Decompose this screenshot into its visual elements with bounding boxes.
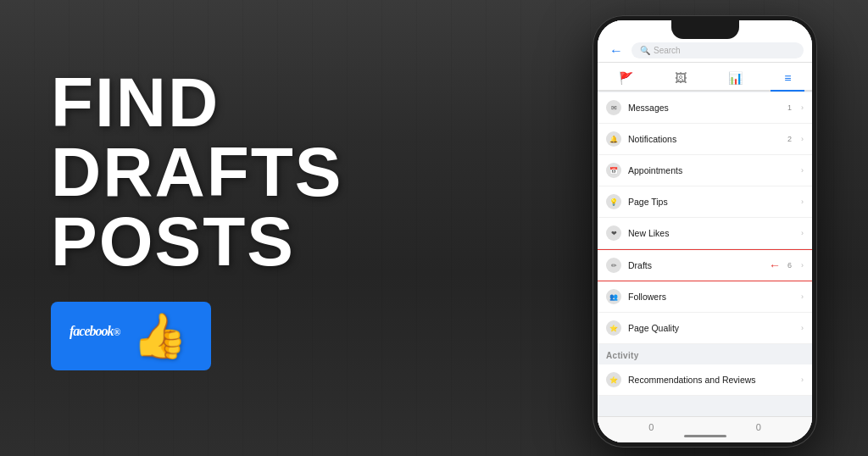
bottom-bar: 0 0 xyxy=(598,416,812,442)
messages-badge: 1 xyxy=(787,103,792,112)
notifications-arrow: › xyxy=(801,135,804,143)
menu-list: ✉ Messages 1 › 🔔 Notifications 2 › 📅 App… xyxy=(598,92,812,344)
page-tips-arrow: › xyxy=(801,197,804,206)
notifications-label: Notifications xyxy=(628,134,781,144)
menu-item-page-tips[interactable]: 💡 Page Tips › xyxy=(598,186,812,218)
recommendations-arrow: › xyxy=(801,375,804,384)
search-placeholder: Search xyxy=(654,46,681,55)
menu-item-appointments[interactable]: 📅 Appointments › xyxy=(598,155,812,186)
page-tips-icon: 💡 xyxy=(606,194,621,209)
recommendations-label: Recommendations and Reviews xyxy=(628,375,794,385)
recommendations-icon: ⭐ xyxy=(606,372,621,387)
followers-icon: 👥 xyxy=(606,289,621,304)
menu-item-new-likes[interactable]: ❤ New Likes › xyxy=(598,218,812,249)
left-content: FIND DRAFTS POSTS facebook® 👍 xyxy=(51,68,526,370)
appointments-icon: 📅 xyxy=(606,163,621,178)
page-quality-label: Page Quality xyxy=(628,323,794,333)
search-bar[interactable]: 🔍 Search xyxy=(632,42,804,58)
new-likes-icon: ❤ xyxy=(606,225,621,241)
appointments-label: Appointments xyxy=(628,165,794,175)
bottom-num-right: 0 xyxy=(756,422,761,432)
followers-label: Followers xyxy=(628,292,794,302)
facebook-badge: facebook® 👍 xyxy=(51,302,211,370)
drafts-red-arrow: ← xyxy=(769,259,781,272)
drafts-badge: 6 xyxy=(787,261,792,270)
page-quality-icon: ⭐ xyxy=(606,320,621,336)
tab-flag[interactable]: 🚩 xyxy=(605,68,647,90)
drafts-label: Drafts xyxy=(628,260,760,270)
tab-photo[interactable]: 🖼 xyxy=(661,68,700,90)
page-tips-label: Page Tips xyxy=(628,197,794,207)
main-title: FIND DRAFTS POSTS xyxy=(51,68,526,276)
phone-wrapper: ← 🔍 Search 🚩 🖼 📊 ≡ ✉ xyxy=(593,15,817,448)
tab-menu[interactable]: ≡ xyxy=(771,68,804,90)
tab-bar: 🚩 🖼 📊 ≡ xyxy=(598,63,812,92)
facebook-logo-text: facebook® xyxy=(70,314,120,359)
menu-item-notifications[interactable]: 🔔 Notifications 2 › xyxy=(598,124,812,155)
page-quality-arrow: › xyxy=(801,324,804,332)
notifications-badge: 2 xyxy=(787,135,792,143)
thumbs-up-icon: 👍 xyxy=(132,310,187,362)
back-button[interactable]: ← xyxy=(606,43,626,58)
screen-content: ← 🔍 Search 🚩 🖼 📊 ≡ ✉ xyxy=(598,20,812,442)
activity-menu-list: ⭐ Recommendations and Reviews › xyxy=(598,364,812,396)
title-line1: FIND DRAFTS xyxy=(51,68,526,207)
menu-item-followers[interactable]: 👥 Followers › xyxy=(598,281,812,313)
activity-section-header: Activity xyxy=(598,344,812,364)
menu-item-messages[interactable]: ✉ Messages 1 › xyxy=(598,92,812,124)
new-likes-label: New Likes xyxy=(628,228,794,238)
title-line2: POSTS xyxy=(51,207,526,276)
messages-arrow: › xyxy=(801,103,804,112)
phone-screen: ← 🔍 Search 🚩 🖼 📊 ≡ ✉ xyxy=(598,20,812,442)
messages-icon: ✉ xyxy=(606,100,621,115)
menu-item-page-quality[interactable]: ⭐ Page Quality › xyxy=(598,313,812,344)
phone-notch xyxy=(671,20,739,39)
new-likes-arrow: › xyxy=(801,229,804,237)
tab-stats[interactable]: 📊 xyxy=(715,68,756,90)
messages-label: Messages xyxy=(628,103,781,113)
search-icon: 🔍 xyxy=(640,46,650,55)
drafts-chevron: › xyxy=(801,261,804,270)
menu-item-drafts[interactable]: ✏ Drafts ← 6 › xyxy=(598,249,812,281)
home-indicator xyxy=(684,435,726,437)
phone-outer: ← 🔍 Search 🚩 🖼 📊 ≡ ✉ xyxy=(593,15,817,448)
appointments-arrow: › xyxy=(801,166,804,175)
menu-item-recommendations[interactable]: ⭐ Recommendations and Reviews › xyxy=(598,364,812,396)
bottom-num-left: 0 xyxy=(648,422,654,432)
drafts-icon: ✏ xyxy=(606,258,621,273)
followers-arrow: › xyxy=(801,292,804,301)
notifications-icon: 🔔 xyxy=(606,131,621,147)
